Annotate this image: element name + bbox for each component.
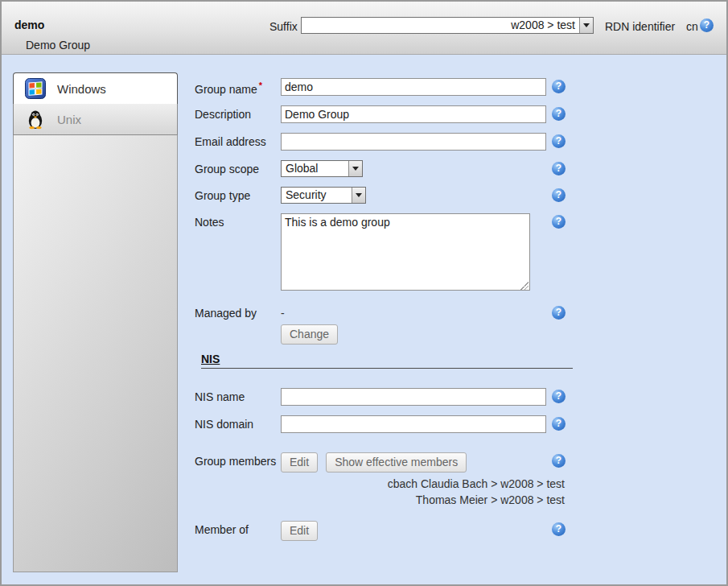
sidebar-panel [13,135,178,572]
group-scope-value: Global [282,161,348,176]
managed-by-label: Managed by [195,304,281,320]
show-effective-members-button[interactable]: Show effective members [326,452,467,473]
suffix-label: Suffix [269,20,298,33]
member-of-edit-button[interactable]: Edit [281,521,318,541]
tab-unix[interactable]: Unix [13,104,178,135]
change-button[interactable]: Change [281,324,338,345]
unix-icon [25,109,46,130]
member-of-help-icon[interactable] [552,522,566,536]
nis-domain-label: NIS domain [195,415,281,431]
group-members-edit-button[interactable]: Edit [281,452,318,473]
group-name-label: Group name* [195,78,281,96]
group-type-select[interactable]: Security [281,187,366,204]
group-member-item: Thomas Meier > w2008 > test [195,492,565,508]
group-members-list: cbach Claudia Bach > w2008 > test Thomas… [195,476,565,508]
group-scope-select[interactable]: Global [281,160,363,177]
nis-domain-row: NIS domain [195,415,573,433]
group-form: Group name* Description Email address [195,78,573,551]
page-title: demo [14,19,44,31]
nis-name-input[interactable] [281,388,546,406]
required-marker: * [259,80,262,90]
notes-label: Notes [195,213,281,229]
description-label: Description [195,105,281,121]
module-sidebar: Windows Unix [13,72,178,575]
notes-row: Notes This is a demo group [195,213,573,293]
group-type-value: Security [282,188,352,203]
description-row: Description [195,105,573,123]
resize-grip-icon[interactable] [520,282,529,290]
rdn-help-icon[interactable] [700,19,714,32]
group-members-label: Group members [195,452,281,468]
group-type-dropdown-button[interactable] [352,188,365,203]
rdn-identifier-label: RDN identifier [605,20,675,33]
group-scope-dropdown-button[interactable] [348,161,362,176]
managed-by-row: Managed by - Change [195,304,573,345]
group-scope-label: Group scope [195,160,281,175]
managed-by-value: - [281,304,546,320]
member-of-label: Member of [195,521,281,536]
group-name-help-icon[interactable] [552,80,566,93]
group-type-row: Group type Security [195,187,573,204]
group-scope-row: Group scope Global [195,160,573,177]
windows-icon [25,78,46,99]
group-edit-window: demo Demo Group Suffix w2008 > test RDN … [0,0,728,586]
nis-domain-help-icon[interactable] [552,417,566,431]
email-help-icon[interactable] [552,134,566,148]
chevron-down-icon [356,193,362,197]
nis-name-help-icon[interactable] [552,390,566,403]
header: demo Demo Group Suffix w2008 > test RDN … [2,2,726,55]
group-member-item: cbach Claudia Bach > w2008 > test [195,476,565,492]
email-input[interactable] [281,133,546,151]
group-members-help-icon[interactable] [552,454,566,468]
tab-windows[interactable]: Windows [13,72,178,104]
nis-domain-input[interactable] [281,415,546,433]
suffix-dropdown[interactable]: w2008 > test [301,17,594,34]
nis-name-row: NIS name [195,388,573,406]
group-type-help-icon[interactable] [552,188,566,202]
page-subtitle: Demo Group [26,39,90,52]
managed-by-help-icon[interactable] [552,306,566,320]
suffix-dropdown-button[interactable] [579,18,593,33]
nis-section-header: NIS [201,353,573,369]
chevron-down-icon [352,167,359,171]
nis-name-label: NIS name [195,388,281,403]
tab-windows-label: Windows [57,82,106,96]
group-name-input[interactable] [281,78,546,96]
group-name-row: Group name* [195,78,573,96]
nis-section-title: NIS [201,353,220,365]
chevron-down-icon [583,23,590,27]
suffix-dropdown-value: w2008 > test [302,18,579,33]
group-members-row: Group members Edit Show effective member… [195,452,573,473]
description-help-icon[interactable] [552,107,566,121]
email-row: Email address [195,133,573,151]
email-label: Email address [195,133,281,148]
description-input[interactable] [281,105,546,123]
notes-textarea[interactable]: This is a demo group [281,213,530,291]
rdn-identifier-value: cn [686,20,698,33]
group-scope-help-icon[interactable] [552,162,566,175]
notes-help-icon[interactable] [552,215,566,229]
member-of-row: Member of Edit [195,521,573,541]
tab-unix-label: Unix [57,113,81,126]
group-type-label: Group type [195,187,281,202]
